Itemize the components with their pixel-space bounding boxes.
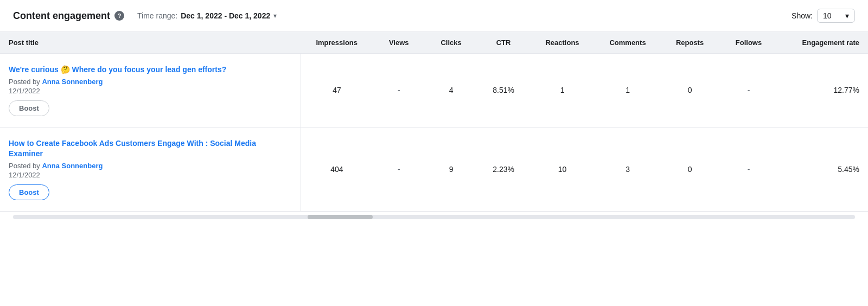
time-range-chevron-icon[interactable]: ▾ <box>273 12 277 20</box>
post-title-link[interactable]: We're curious 🤔 Where do you focus your … <box>9 65 292 75</box>
engagement-rate-cell: 12.77% <box>778 54 868 127</box>
col-header-follows: Follows <box>719 32 778 54</box>
help-icon[interactable]: ? <box>114 11 124 21</box>
col-header-clicks: Clicks <box>425 32 477 54</box>
post-date: 12/1/2022 <box>9 87 292 95</box>
col-header-engagement-rate: Engagement rate <box>778 32 868 54</box>
boost-button[interactable]: Boost <box>9 184 49 200</box>
scrollbar-thumb[interactable] <box>308 215 373 219</box>
clicks-cell: 4 <box>425 54 477 127</box>
ctr-cell: 2.23% <box>477 127 529 211</box>
col-header-views: Views <box>373 32 425 54</box>
ctr-cell: 8.51% <box>477 54 529 127</box>
engagement-rate-cell: 5.45% <box>778 127 868 211</box>
post-title-link[interactable]: How to Create Facebook Ads Customers Eng… <box>9 138 292 160</box>
views-cell: - <box>373 54 425 127</box>
comments-cell: 3 <box>595 127 661 211</box>
views-cell: - <box>373 127 425 211</box>
show-chevron-icon: ▾ <box>845 11 849 20</box>
col-header-reposts: Reposts <box>660 32 719 54</box>
reactions-cell: 10 <box>529 127 595 211</box>
table-container: Post title Impressions Views Clicks CTR … <box>0 32 868 222</box>
show-control: Show: 10 ▾ <box>792 9 855 23</box>
reposts-cell: 0 <box>660 127 719 211</box>
impressions-cell: 404 <box>301 127 373 211</box>
col-header-reactions: Reactions <box>529 32 595 54</box>
impressions-cell: 47 <box>301 54 373 127</box>
follows-cell: - <box>719 54 778 127</box>
post-meta: Posted by Anna Sonnenberg <box>9 78 292 86</box>
boost-button[interactable]: Boost <box>9 100 49 116</box>
page-title: Content engagement ? <box>13 10 124 22</box>
table-row: We're curious 🤔 Where do you focus your … <box>0 54 868 127</box>
show-select[interactable]: 10 ▾ <box>817 9 855 23</box>
col-header-comments: Comments <box>595 32 661 54</box>
col-header-ctr: CTR <box>477 32 529 54</box>
time-range-label: Time range: <box>137 11 177 20</box>
reactions-cell: 1 <box>529 54 595 127</box>
post-title-cell: We're curious 🤔 Where do you focus your … <box>0 54 301 127</box>
post-author[interactable]: Anna Sonnenberg <box>42 78 103 86</box>
follows-cell: - <box>719 127 778 211</box>
post-title-cell: How to Create Facebook Ads Customers Eng… <box>0 127 301 211</box>
show-label: Show: <box>792 11 813 20</box>
reposts-cell: 0 <box>660 54 719 127</box>
comments-cell: 1 <box>595 54 661 127</box>
header: Content engagement ? Time range: Dec 1, … <box>0 0 868 32</box>
scrollbar-row <box>0 211 868 222</box>
clicks-cell: 9 <box>425 127 477 211</box>
table-row: How to Create Facebook Ads Customers Eng… <box>0 127 868 211</box>
post-meta: Posted by Anna Sonnenberg <box>9 162 292 170</box>
col-header-post-title: Post title <box>0 32 301 54</box>
time-range-value: Dec 1, 2022 - Dec 1, 2022 <box>181 11 270 20</box>
post-author[interactable]: Anna Sonnenberg <box>42 162 103 170</box>
time-range-control[interactable]: Time range: Dec 1, 2022 - Dec 1, 2022 ▾ <box>137 11 277 20</box>
table-header: Post title Impressions Views Clicks CTR … <box>0 32 868 54</box>
col-header-impressions: Impressions <box>301 32 373 54</box>
scrollbar-track[interactable] <box>13 215 855 219</box>
post-date: 12/1/2022 <box>9 171 292 179</box>
